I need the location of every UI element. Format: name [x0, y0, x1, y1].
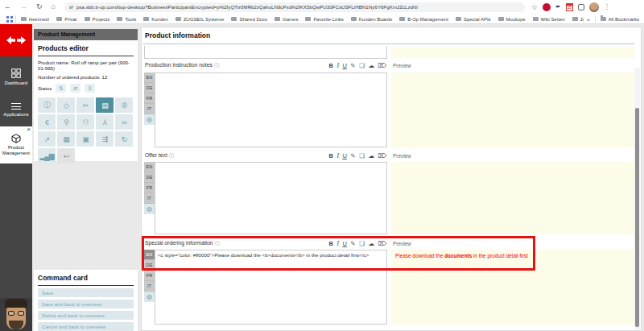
lang-tab-it[interactable]: IT	[144, 281, 155, 292]
cancel-and-back-button[interactable]: Cancel and back to overview	[38, 322, 134, 331]
apps-grid-icon[interactable]	[6, 16, 9, 19]
lang-tab-de[interactable]: DE	[144, 172, 155, 183]
bold-icon[interactable]: B	[329, 62, 333, 69]
site-info-icon[interactable]: ⇄	[69, 4, 73, 10]
lang-tab-en[interactable]: EN	[144, 72, 155, 83]
home-icon[interactable]: ⌂	[52, 0, 56, 14]
tool-link-icon[interactable]: ∞	[115, 114, 133, 130]
browser-menu-icon[interactable]: ⋮	[604, 3, 610, 10]
scrollbar-thumb[interactable]	[635, 108, 639, 327]
tool-bar-chart-icon[interactable]: ▂▄▆	[38, 148, 56, 163]
bookmark-star-icon[interactable]: ☆	[531, 3, 538, 11]
production-notes-editor[interactable]	[155, 72, 387, 147]
italic-icon[interactable]: I	[336, 62, 339, 69]
bookmark-folder-tools[interactable]: Tools	[117, 17, 136, 22]
bookmarks-overflow-icon[interactable]: »	[587, 17, 589, 22]
tool-document-icon[interactable]: ▤	[96, 97, 114, 113]
lang-tab-fr[interactable]: FR	[144, 271, 155, 281]
lang-tab-fr[interactable]: FR	[144, 183, 155, 193]
status-split-arrows-icon[interactable]: ⇅	[56, 84, 66, 93]
bookmark-folder-wiki-seiten[interactable]: Wiki Seiten	[533, 17, 565, 22]
translate-globe-button[interactable]: ◍	[144, 204, 155, 214]
translate-globe-button[interactable]: ◍	[144, 292, 155, 302]
save-and-back-button[interactable]: Save and back to overview	[38, 300, 134, 308]
bookmark-folder-projects[interactable]: Projects	[85, 17, 110, 22]
rail-item-applications[interactable]: Applications	[0, 103, 32, 117]
cloud-icon[interactable]: ☁	[368, 152, 374, 159]
selection-icon[interactable]: ❏	[359, 62, 365, 69]
tool-euro-icon[interactable]: €	[38, 114, 56, 130]
translate-globe-button[interactable]: ◍	[144, 114, 155, 125]
tool-info-icon[interactable]: ⓘ	[38, 97, 56, 113]
offer-text-editor[interactable]	[155, 162, 387, 234]
lang-tab-fr[interactable]: FR	[144, 93, 155, 104]
trash-icon[interactable]: ⌦	[378, 62, 386, 69]
bookmark-folder-jira[interactable]: Jira	[572, 17, 584, 22]
calendar-extension-icon[interactable]: 15	[566, 3, 573, 11]
reload-icon[interactable]: ↻	[36, 0, 43, 14]
lang-tab-en[interactable]: EN	[144, 162, 155, 172]
pencil-icon[interactable]: ✎	[350, 62, 355, 69]
lang-tab-it[interactable]: IT	[144, 104, 155, 114]
adblock-extension-icon[interactable]	[543, 3, 551, 11]
rail-item-product-management[interactable]: × Product Management	[0, 126, 32, 163]
tool-undo-icon[interactable]: ↩	[57, 148, 75, 163]
tool-table-icon[interactable]: ▦	[57, 131, 75, 147]
pencil-icon[interactable]: ✎	[350, 152, 355, 159]
bookmark-folder-kunden[interactable]: Kunden	[143, 17, 168, 22]
info-icon[interactable]: ⓘ	[214, 62, 220, 68]
back-icon[interactable]: ←	[4, 0, 11, 14]
save-button[interactable]: Save	[38, 288, 134, 297]
pen-extension-icon[interactable]: ✒	[555, 3, 561, 10]
underline-icon[interactable]: U	[342, 152, 346, 159]
bookmark-folder-kunden-boards[interactable]: Kunden Boards	[351, 17, 392, 22]
lang-tab-de[interactable]: DE	[144, 260, 155, 271]
close-icon[interactable]: ×	[27, 126, 31, 133]
selection-icon[interactable]: ❏	[359, 240, 365, 247]
bookmark-folder-privat[interactable]: Privat	[56, 17, 76, 22]
tool-trend-chart-icon[interactable]: ↗	[38, 131, 56, 147]
bookmark-folder-zugseil[interactable]: ZUGSEIL Systeme	[175, 17, 224, 22]
special-ordering-editor[interactable]: <c style="color: #ff0000">Please downloa…	[155, 250, 387, 325]
address-bar[interactable]: ⇄ psa.sbb.b-op.com/bop-desktop?BusinessP…	[64, 2, 525, 12]
info-icon[interactable]: ⓘ	[215, 240, 221, 246]
forward-icon[interactable]: →	[20, 0, 27, 14]
bookmark-folder-bop-management[interactable]: B-Op Management	[399, 17, 448, 22]
trash-icon[interactable]: ⌦	[378, 152, 386, 159]
tool-hierarchy-icon[interactable]: ⅄	[96, 114, 114, 130]
underline-icon[interactable]: U	[342, 62, 346, 69]
cloud-icon[interactable]: ☁	[368, 62, 374, 69]
pencil-icon[interactable]: ✎	[350, 240, 355, 247]
bookmark-folder-heimnetz[interactable]: Heimnetz	[21, 17, 49, 22]
bold-icon[interactable]: B	[329, 152, 333, 159]
lang-tab-it[interactable]: IT	[144, 193, 155, 204]
tool-scissors-icon[interactable]: ✂	[76, 97, 94, 113]
tool-workflow-icon[interactable]: ⇶	[96, 131, 114, 147]
scrollbar-track[interactable]	[634, 68, 640, 329]
tool-search-icon[interactable]: ⚲	[57, 114, 75, 130]
tool-clipboard-icon[interactable]: ▣	[76, 131, 94, 147]
tool-tag-icon[interactable]: ◇	[57, 97, 75, 113]
bookmark-folder-favorite-links[interactable]: Favorite Links	[305, 17, 343, 22]
status-hourglass-icon[interactable]: ⧖	[85, 84, 95, 93]
bold-icon[interactable]: B	[329, 240, 333, 247]
delete-and-back-button[interactable]: Delete and back to overview	[38, 311, 134, 320]
cloud-icon[interactable]: ☁	[368, 240, 374, 247]
user-photo[interactable]	[0, 298, 32, 331]
bookmark-folder-special-apis[interactable]: Special APIs	[456, 17, 491, 22]
tool-sync-icon[interactable]: ↻	[115, 131, 133, 147]
italic-icon[interactable]: I	[336, 152, 339, 159]
clipped-editor-above[interactable]	[144, 46, 387, 59]
tool-mouse-icon[interactable]: ⚇	[76, 114, 94, 130]
bookmark-folder-games[interactable]: Games	[275, 17, 298, 22]
status-swap-arrows-icon[interactable]: ⇄	[70, 84, 80, 93]
rail-item-dashboard[interactable]: Dashboard	[0, 68, 32, 85]
bookmark-folder-shared-docs[interactable]: Shared Docs	[231, 17, 267, 22]
italic-icon[interactable]: I	[336, 240, 339, 247]
selection-icon[interactable]: ❏	[359, 152, 365, 159]
underline-icon[interactable]: U	[342, 240, 346, 247]
lang-tab-en[interactable]: EN	[144, 250, 155, 260]
lang-tab-de[interactable]: DE	[144, 83, 155, 93]
tool-paperclip-icon[interactable]: ✇	[115, 97, 133, 113]
browser-profile-avatar[interactable]	[589, 2, 599, 12]
